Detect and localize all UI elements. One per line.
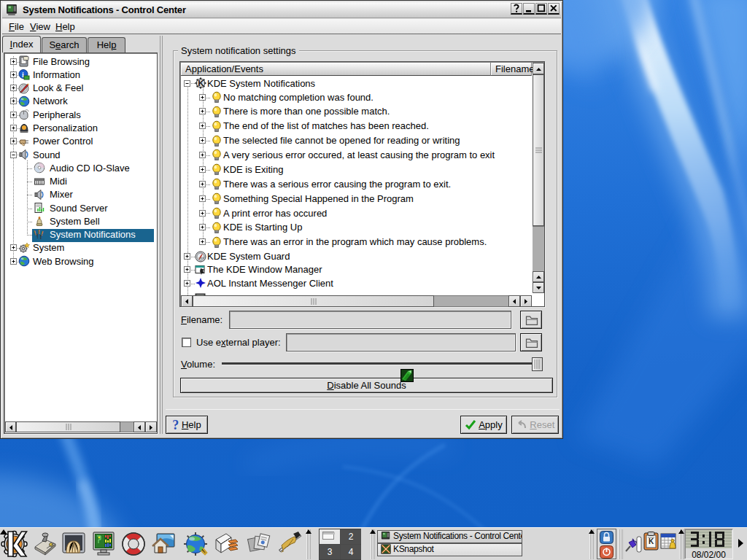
- svg-text:K: K: [649, 537, 654, 545]
